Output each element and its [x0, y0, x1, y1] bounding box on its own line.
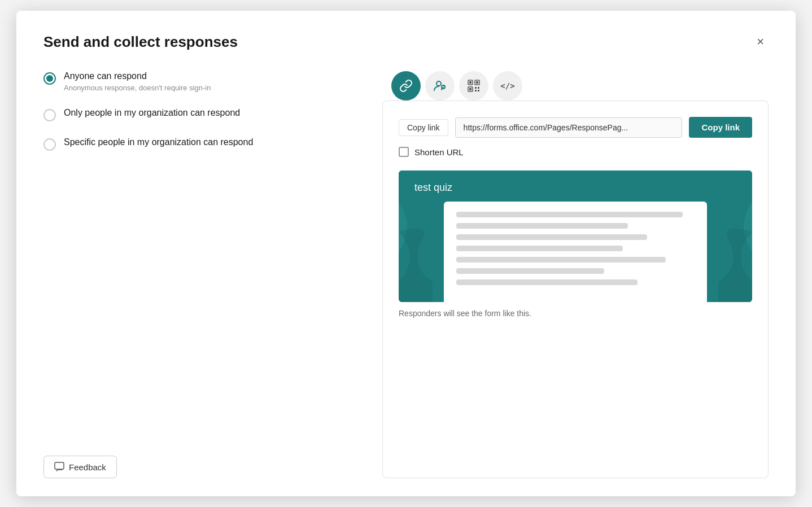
embed-icon-text: </>	[500, 81, 514, 90]
preview-right-wave	[718, 202, 752, 302]
shorten-url-checkbox[interactable]	[399, 147, 409, 157]
radio-text-org: Only people in my organization can respo…	[64, 108, 240, 118]
radio-item-org[interactable]: Only people in my organization can respo…	[43, 108, 360, 121]
qr-icon	[468, 80, 480, 92]
radio-sub-anyone: Anonymous response, doesn't require sign…	[64, 84, 211, 92]
shorten-url-label: Shorten URL	[414, 147, 464, 157]
svg-rect-11	[475, 90, 477, 91]
copy-link-label-text: Copy link	[399, 119, 448, 136]
feedback-label: Feedback	[69, 462, 106, 472]
radio-label-org: Only people in my organization can respo…	[64, 108, 240, 118]
radio-item-specific[interactable]: Specific people in my organization can r…	[43, 137, 360, 151]
radio-item-anyone[interactable]: Anyone can respond Anonymous response, d…	[43, 71, 360, 92]
radio-circle-org[interactable]	[43, 109, 56, 121]
preview-teal-area	[399, 202, 752, 302]
shorten-row: Shorten URL	[399, 147, 752, 157]
radio-text-anyone: Anyone can respond	[64, 71, 211, 81]
svg-point-1	[436, 81, 441, 86]
radio-label-anyone: Anyone can respond Anonymous response, d…	[64, 71, 211, 92]
tab-embed[interactable]: </>	[493, 71, 522, 100]
preview-line-2	[456, 223, 628, 229]
radio-group: Anyone can respond Anonymous response, d…	[43, 71, 360, 151]
url-row: Copy link Copy link	[399, 117, 752, 138]
preview-line-4	[456, 246, 623, 251]
tab-collaborate[interactable]	[425, 71, 455, 100]
svg-rect-9	[475, 87, 477, 89]
tabs-row: </>	[382, 71, 769, 100]
svg-rect-10	[478, 87, 479, 89]
svg-rect-8	[469, 88, 472, 90]
content-card: Copy link Copy link Shorten URL test qui…	[382, 100, 769, 478]
preview-white-card	[444, 202, 707, 302]
feedback-button[interactable]: Feedback	[43, 456, 117, 478]
close-button[interactable]: ×	[752, 33, 769, 50]
svg-rect-4	[469, 81, 472, 84]
radio-inner-anyone	[46, 75, 53, 82]
svg-rect-12	[478, 90, 479, 91]
url-input[interactable]	[455, 117, 683, 138]
tab-link[interactable]	[391, 71, 421, 100]
tab-qr-code[interactable]	[459, 71, 488, 100]
dialog-body: Anyone can respond Anonymous response, d…	[43, 71, 769, 478]
form-preview: test quiz	[399, 171, 752, 302]
radio-label-specific: Specific people in my organization can r…	[64, 137, 253, 147]
preview-line-1	[456, 212, 683, 217]
preview-form-title: test quiz	[414, 182, 452, 193]
dialog-header: Send and collect responses ×	[43, 33, 769, 51]
preview-line-6	[456, 268, 604, 274]
preview-left-wave	[399, 202, 433, 302]
collaborate-icon	[433, 79, 447, 93]
left-panel: Anyone can respond Anonymous response, d…	[43, 71, 382, 478]
radio-circle-anyone[interactable]	[43, 72, 56, 85]
preview-line-7	[456, 279, 638, 285]
chat-icon	[54, 462, 64, 472]
copy-link-button[interactable]: Copy link	[689, 117, 752, 138]
dialog-title: Send and collect responses	[43, 33, 238, 51]
send-collect-dialog: Send and collect responses × Anyone can …	[16, 11, 796, 496]
radio-text-specific: Specific people in my organization can r…	[64, 137, 253, 147]
svg-rect-6	[476, 81, 478, 84]
radio-circle-specific[interactable]	[43, 138, 56, 151]
svg-rect-0	[55, 462, 64, 469]
right-panel: </> Copy link Copy link Shorten URL	[382, 71, 769, 478]
link-icon	[399, 79, 413, 93]
preview-line-5	[456, 257, 666, 263]
preview-header: test quiz	[399, 171, 752, 202]
preview-line-3	[456, 234, 647, 240]
responders-text: Responders will see the form like this.	[399, 309, 752, 318]
